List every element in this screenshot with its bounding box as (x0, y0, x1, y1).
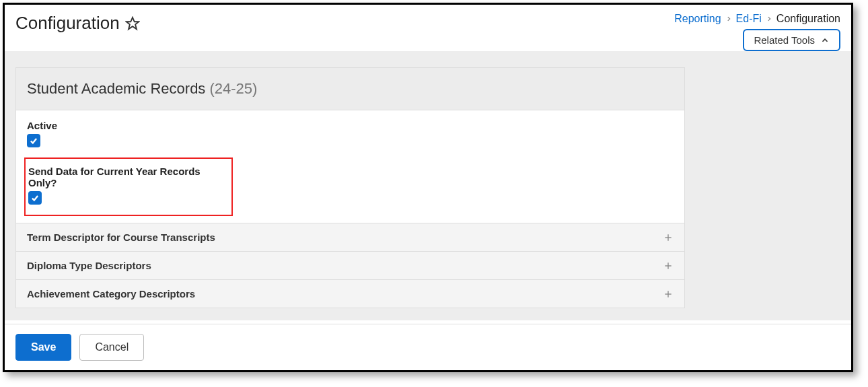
panel-student-academic-records: Student Academic Records (24-25) Active … (15, 67, 685, 308)
panel-body: Active Send Data for Current Year Record… (16, 110, 684, 308)
highlight-current-year-only: Send Data for Current Year Records Only? (24, 157, 233, 216)
header: Configuration Reporting Ed-Fi Configurat… (5, 5, 851, 51)
breadcrumb-reporting[interactable]: Reporting (674, 13, 721, 25)
app-frame: Configuration Reporting Ed-Fi Configurat… (3, 3, 853, 372)
panel-header: Student Academic Records (24-25) (16, 68, 684, 110)
chevron-right-icon (766, 13, 772, 25)
expand-label: Achievement Category Descriptors (27, 288, 195, 300)
panel-year: (24-25) (210, 80, 258, 97)
panel-title: Student Academic Records (27, 80, 205, 97)
header-right: Reporting Ed-Fi Configuration Related To… (674, 13, 840, 51)
plus-icon (663, 232, 674, 243)
expand-term-descriptor[interactable]: Term Descriptor for Course Transcripts (16, 223, 684, 251)
footer: Save Cancel (5, 324, 851, 370)
star-icon[interactable] (125, 16, 140, 31)
cancel-button[interactable]: Cancel (79, 334, 144, 361)
plus-icon (663, 289, 674, 300)
svg-marker-0 (126, 17, 138, 28)
checkbox-active[interactable] (27, 134, 40, 147)
title-area: Configuration (15, 13, 140, 34)
plus-icon (663, 260, 674, 271)
expand-diploma-type[interactable]: Diploma Type Descriptors (16, 251, 684, 279)
save-button[interactable]: Save (15, 334, 71, 361)
page-title: Configuration (15, 13, 120, 34)
checkbox-current-year-only[interactable] (28, 191, 42, 205)
breadcrumb-current: Configuration (776, 13, 840, 25)
breadcrumb-edfi[interactable]: Ed-Fi (736, 13, 762, 25)
field-current-year-label: Send Data for Current Year Records Only? (28, 166, 225, 188)
field-active-label: Active (27, 120, 674, 131)
chevron-up-icon (820, 36, 830, 45)
expand-label: Diploma Type Descriptors (27, 260, 151, 271)
breadcrumb: Reporting Ed-Fi Configuration (674, 13, 840, 25)
field-active: Active (16, 110, 684, 155)
chevron-right-icon (725, 13, 732, 25)
content-area: Student Academic Records (24-25) Active … (5, 51, 851, 320)
expand-achievement-category[interactable]: Achievement Category Descriptors (16, 279, 684, 308)
related-tools-label: Related Tools (754, 34, 815, 46)
related-tools-button[interactable]: Related Tools (743, 29, 840, 51)
expand-label: Term Descriptor for Course Transcripts (27, 232, 215, 243)
